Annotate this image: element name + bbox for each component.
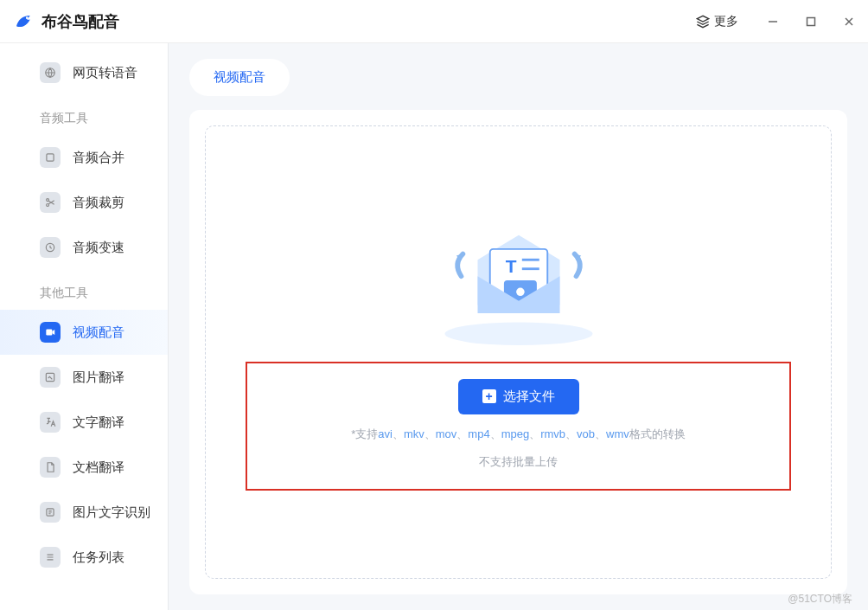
sidebar-item-ocr[interactable]: 图片文字识别 [0, 490, 168, 535]
svg-text:T: T [505, 255, 516, 275]
maximize-button[interactable] [802, 13, 820, 30]
svg-point-8 [47, 199, 49, 202]
globe-icon [40, 62, 61, 83]
sidebar-section-other: 其他工具 [0, 270, 168, 310]
svg-rect-10 [46, 330, 52, 336]
sidebar-item-doc-translate[interactable]: 文档翻译 [0, 445, 168, 490]
main-card: T + 选择文件 *支持avi、mkv、mov、mp4、mpeg、rmvb、vo… [189, 110, 847, 594]
sidebar-item-tasks[interactable]: 任务列表 [0, 535, 168, 580]
doc-translate-icon [40, 457, 61, 478]
upload-illustration-icon: T [437, 215, 601, 344]
more-button[interactable]: 更多 [696, 14, 738, 29]
sidebar-item-audio-speed[interactable]: 音频变速 [0, 225, 168, 270]
sidebar-item-audio-merge[interactable]: 音频合并 [0, 135, 168, 180]
text-translate-icon [40, 412, 61, 433]
sidebar-item-web-tts[interactable]: 网页转语音 [0, 50, 168, 95]
select-file-button[interactable]: + 选择文件 [458, 379, 579, 414]
svg-point-19 [516, 287, 525, 296]
no-batch-text: 不支持批量上传 [479, 454, 558, 470]
app-title: 布谷鸟配音 [41, 11, 119, 32]
layers-icon [696, 15, 710, 29]
app-logo-icon [10, 10, 35, 34]
upload-dropzone[interactable]: T + 选择文件 *支持avi、mkv、mov、mp4、mpeg、rmvb、vo… [205, 125, 832, 579]
tab-video-dub[interactable]: 视频配音 [189, 59, 290, 96]
sidebar-item-image-translate[interactable]: 图片翻译 [0, 355, 168, 400]
sidebar-item-text-translate[interactable]: 文字翻译 [0, 400, 168, 445]
minimize-button[interactable] [764, 13, 782, 30]
speed-icon [40, 237, 61, 258]
sidebar-item-audio-cut[interactable]: 音频裁剪 [0, 180, 168, 225]
highlighted-upload-area: + 选择文件 *支持avi、mkv、mov、mp4、mpeg、rmvb、vob、… [246, 362, 791, 491]
image-translate-icon [40, 367, 61, 388]
sidebar-section-audio: 音频工具 [0, 95, 168, 135]
svg-rect-6 [47, 154, 54, 161]
video-icon [40, 322, 61, 343]
scissors-icon [40, 192, 61, 213]
sidebar-item-video-dub[interactable]: 视频配音 [0, 310, 168, 355]
supported-formats-text: *支持avi、mkv、mov、mp4、mpeg、rmvb、vob、wmv格式的转… [351, 427, 686, 442]
plus-icon: + [482, 389, 496, 403]
tasks-icon [40, 547, 61, 568]
watermark: @51CTO博客 [788, 592, 852, 607]
svg-point-13 [444, 322, 592, 345]
ocr-icon [40, 502, 61, 523]
sidebar: 网页转语音 音频工具 音频合并 音频裁剪 音频变速 其他工具 视频配音 图片翻译… [0, 43, 169, 610]
svg-point-0 [26, 16, 29, 19]
merge-icon [40, 147, 61, 168]
svg-rect-2 [807, 17, 815, 25]
close-button[interactable] [840, 13, 858, 30]
svg-point-7 [47, 203, 49, 206]
